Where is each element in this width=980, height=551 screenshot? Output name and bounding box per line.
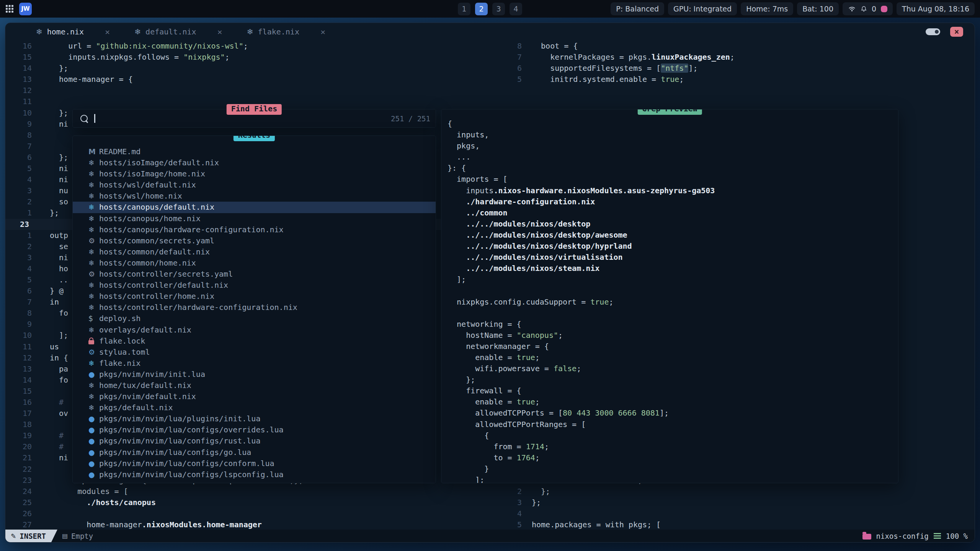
editor-line[interactable]: 5 initrd.systemd.enable = true; — [492, 74, 975, 85]
result-item[interactable]: ❄flake.nix — [73, 358, 436, 369]
preview-line: from = 1714; — [448, 441, 898, 452]
result-item[interactable]: ❄hosts/isoImage/home.nix — [73, 168, 436, 179]
tab[interactable]: ❄flake.nix× — [247, 27, 325, 37]
result-item[interactable]: flake.lock — [73, 336, 436, 347]
result-item[interactable]: $deploy.sh — [73, 313, 436, 324]
result-item[interactable]: ❄overlays/default.nix — [73, 324, 436, 336]
tab-close-icon[interactable]: × — [320, 27, 325, 37]
workspace-button[interactable]: 3 — [492, 3, 505, 15]
result-item[interactable]: ❄hosts/canopus/hardware-configuration.ni… — [73, 224, 436, 235]
code-text: pa — [50, 364, 68, 375]
result-item[interactable]: ❄hosts/wsl/default.nix — [73, 179, 436, 191]
result-item[interactable]: ●pkgs/nvim/nvim/lua/configs/go.lua — [73, 447, 436, 458]
result-item[interactable]: ❄pkgs/default.nix — [73, 402, 436, 413]
code-text: }; — [532, 497, 541, 508]
code-text: initrd.systemd.enable = true; — [532, 74, 684, 85]
nix-file-icon: ❄ — [88, 191, 99, 202]
editor-line[interactable]: 16 url = "github:nix-community/nixos-wsl… — [5, 41, 514, 52]
editor-line[interactable]: 12 — [5, 85, 514, 96]
result-item[interactable]: ⚙hosts/common/secrets.yaml — [73, 235, 436, 246]
nix-file-icon: ❄ — [88, 168, 99, 179]
line-number: 5 — [5, 274, 32, 285]
result-item[interactable]: ⚙hosts/controller/secrets.yaml — [73, 269, 436, 280]
result-item[interactable]: ❄hosts/controller/default.nix — [73, 280, 436, 291]
result-item[interactable]: ●pkgs/nvim/nvim/lua/configs/overrides.lu… — [73, 424, 436, 435]
editor-line[interactable]: 24 modules = [ — [5, 486, 514, 497]
editor-line[interactable]: 8 boot = { — [492, 41, 975, 52]
lua-file-icon: ● — [88, 469, 99, 480]
line-number: 3 — [5, 252, 32, 263]
code-text: se — [50, 241, 68, 252]
tab-close-icon[interactable]: × — [217, 27, 222, 37]
result-item[interactable]: ●pkgs/nvim/nvim/lua/plugins/init.lua — [73, 413, 436, 424]
editor-line[interactable]: 6 supportedFilesystems = ["ntfs"]; — [492, 63, 975, 74]
line-number: 19 — [5, 430, 32, 441]
result-item[interactable]: ❄hosts/canopus/default.nix — [73, 202, 436, 213]
find-files-title: Find Files — [227, 104, 282, 115]
workspace-button[interactable]: 1 — [458, 3, 470, 15]
result-item[interactable]: ❄hosts/isoImage/default.nix — [73, 157, 436, 168]
editor-line[interactable]: 13 home-manager = { — [5, 74, 514, 85]
status-pill: GPU: Integrated — [668, 2, 737, 15]
editor-line[interactable]: 15 inputs.nixpkgs.follows = "nixpkgs"; — [5, 52, 514, 63]
editor-line[interactable]: 4 — [492, 508, 975, 519]
code-text: }; — [50, 207, 59, 218]
line-number: 4 — [5, 174, 32, 185]
result-item[interactable]: ●pkgs/nvim/nvim/init.lua — [73, 369, 436, 380]
tab-close-icon[interactable]: × — [105, 27, 110, 37]
yaml-file-icon: ⚙ — [88, 269, 99, 280]
result-item[interactable]: ●pkgs/nvim/nvim/lua/configs/lspconfig.lu… — [73, 469, 436, 480]
mode-segment: ✎ INSERT — [5, 530, 57, 542]
editor-line[interactable]: 14 }; — [5, 63, 514, 74]
result-item[interactable]: ❄hosts/controller/home.nix — [73, 291, 436, 302]
line-number: 5 — [5, 163, 32, 174]
tab-label: flake.nix — [258, 27, 299, 36]
result-item[interactable]: ❄hosts/wsl/home.nix — [73, 191, 436, 202]
statusbar: ✎ INSERT ▤ Empty nixos-config 100 % — [5, 530, 975, 542]
tab[interactable]: ❄home.nix× — [36, 27, 110, 37]
result-item[interactable]: ●pkgs/nvim/nvim/lua/configs/conform.lua — [73, 458, 436, 469]
right-pane-top[interactable]: 8 boot = {7 kernelPackages = pkgs.linuxP… — [492, 41, 975, 85]
editor-line[interactable]: 3}; — [492, 497, 975, 508]
code-text: } @ — [50, 285, 64, 297]
neovim-window: ❄home.nix×❄default.nix×❄flake.nix× × 16 … — [5, 23, 975, 543]
line-number: 11 — [5, 96, 32, 107]
workspace-button[interactable]: 4 — [510, 3, 522, 15]
result-filename: hosts/wsl/default.nix — [99, 179, 196, 191]
tab-label: default.nix — [145, 27, 196, 36]
workspace-button[interactable]: 2 — [475, 3, 488, 15]
result-item[interactable]: ❄hosts/controller/hardware-configuration… — [73, 302, 436, 313]
editor-line[interactable]: 5home.packages = with pkgs; [ — [492, 519, 975, 530]
preview-line: enable = true; — [448, 396, 898, 408]
md-file-icon: M — [88, 146, 99, 157]
result-item[interactable]: ❄pkgs/nvim/default.nix — [73, 391, 436, 402]
editor-line[interactable]: 25 ./hosts/canopus — [5, 497, 514, 508]
line-number: 7 — [5, 141, 32, 152]
editor-line[interactable]: 27 home-manager.nixosModules.home-manage… — [5, 519, 514, 530]
tab[interactable]: ❄default.nix× — [134, 27, 222, 37]
result-item[interactable]: ❄hosts/common/default.nix — [73, 246, 436, 258]
result-item[interactable]: ❄hosts/common/home.nix — [73, 258, 436, 269]
result-item[interactable]: ●pkgs/nvim/nvim/lua/configs/rust.lua — [73, 435, 436, 447]
editor-line[interactable]: 2 }; — [492, 486, 975, 497]
result-filename: pkgs/nvim/nvim/lua/configs/go.lua — [99, 447, 251, 458]
result-filename: hosts/common/home.nix — [99, 258, 196, 269]
line-number: 8 — [5, 130, 32, 141]
window-close-button[interactable]: × — [950, 27, 963, 37]
result-item[interactable]: ❄hosts/canopus/home.nix — [73, 213, 436, 224]
apps-grid-icon[interactable] — [5, 5, 14, 13]
result-item[interactable]: ⚙stylua.toml — [73, 347, 436, 358]
editor-line[interactable]: 26 — [5, 508, 514, 519]
nix-file-icon: ❄ — [88, 213, 99, 224]
nix-file-icon: ❄ — [88, 402, 99, 413]
code-text: supportedFilesystems = ["ntfs"]; — [532, 63, 698, 74]
nix-file-icon: ❄ — [88, 258, 99, 269]
line-number: 2 — [5, 241, 32, 252]
result-item[interactable]: MREADME.md — [73, 146, 436, 157]
toggle-icon[interactable] — [926, 28, 940, 35]
code-text: home-manager = { — [50, 74, 133, 85]
editor-line[interactable]: 7 kernelPackages = pkgs.linuxPackages_ze… — [492, 52, 975, 63]
tab-list: ❄home.nix×❄default.nix×❄flake.nix× — [36, 27, 325, 37]
result-item[interactable]: ❄home/tux/default.nix — [73, 380, 436, 391]
preview-line: pkgs, — [448, 140, 898, 152]
